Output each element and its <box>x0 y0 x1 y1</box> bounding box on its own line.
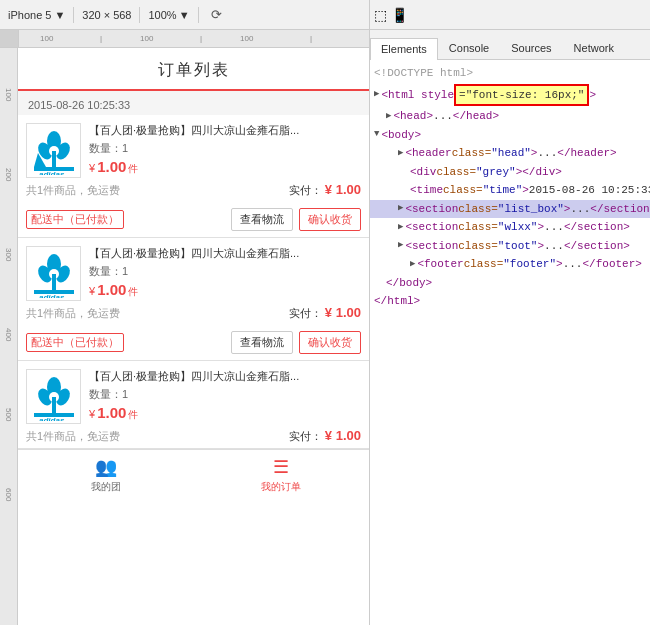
toolbar-divider <box>73 7 74 23</box>
expand-arrow-body[interactable]: ▼ <box>374 128 379 142</box>
highlight-attr: ="font-size: 16px;" <box>454 84 589 107</box>
view-logistics-button[interactable]: 查看物流 <box>231 208 293 231</box>
code-line[interactable]: ▶ <head> ... </head> <box>370 107 650 126</box>
tab-elements[interactable]: Elements <box>370 38 438 60</box>
code-line: </body> <box>370 274 650 293</box>
right-panel: ⬚ 📱 Elements Console Sources Network <!D… <box>370 0 650 625</box>
confirm-receipt-button[interactable]: 确认收货 <box>299 331 361 354</box>
code-panel[interactable]: <!DOCTYPE html> ▶ <html style ="font-siz… <box>370 60 650 625</box>
toolbar-divider3 <box>198 7 199 23</box>
order-item: adidas 【百人团·极量抢购】四川大凉山金雍石脂... 数量：1 ¥ 1.0… <box>18 238 369 361</box>
order-logo: adidas <box>26 369 81 424</box>
chevron-down-icon: ▼ <box>54 9 65 21</box>
adidas-logo-icon: adidas <box>30 127 78 175</box>
tab-sources[interactable]: Sources <box>500 37 562 59</box>
nav-item-my-group[interactable]: 👥 我的团 <box>18 456 194 494</box>
devtools-toolbar: iPhone 5 ▼ 320 × 568 100% ▼ ⟳ <box>0 0 369 30</box>
code-line[interactable]: ▼ <body> <box>370 126 650 145</box>
zoom-selector[interactable]: 100% ▼ <box>148 9 189 21</box>
ruler-tick: 100 <box>40 34 53 43</box>
order-info: 【百人团·极量抢购】四川大凉山金雍石脂... 数量：1 ¥ 1.00 件 <box>89 369 361 422</box>
code-line[interactable]: ▶ <section class= "wlxx" > ... </section… <box>370 218 650 237</box>
order-price: 1.00 <box>97 404 126 421</box>
adidas-logo-icon: adidas <box>30 373 78 421</box>
order-logo: adidas <box>26 123 81 178</box>
price-unit: 件 <box>128 162 138 176</box>
mobile-screen[interactable]: 订单列表 2015-08-26 10:25:33 <box>18 48 369 625</box>
order-qty: 数量：1 <box>89 264 361 279</box>
app-header: 订单列表 <box>18 48 369 91</box>
confirm-receipt-button[interactable]: 确认收货 <box>299 208 361 231</box>
ruler-tick: | <box>310 34 312 43</box>
expand-arrow[interactable]: ▶ <box>398 202 403 216</box>
code-line-selected[interactable]: ▶ <section class= "list_box" > ... </sec… <box>370 200 650 219</box>
svg-rect-6 <box>52 151 56 167</box>
expand-arrow[interactable]: ▶ <box>398 221 403 235</box>
nav-item-my-orders[interactable]: ☰ 我的订单 <box>194 456 370 494</box>
device-selector[interactable]: iPhone 5 ▼ <box>8 9 65 21</box>
order-status-row: 配送中（已付款） 查看物流 确认收货 <box>26 202 361 237</box>
order-meta-price: ¥ 1.00 <box>325 428 361 443</box>
order-meta: 共1件商品，免运费 实付： ¥ 1.00 <box>26 178 361 202</box>
order-meta-price: ¥ 1.00 <box>325 182 361 197</box>
code-line[interactable]: ▶ <header class= "head" > ... </header> <box>370 144 650 163</box>
expand-arrow[interactable]: ▶ <box>398 147 403 161</box>
order-meta: 共1件商品，免运费 实付： ¥ 1.00 <box>26 424 361 448</box>
svg-text:adidas: adidas <box>39 293 65 298</box>
tab-console[interactable]: Console <box>438 37 500 59</box>
order-meta-left: 共1件商品，免运费 <box>26 306 120 321</box>
order-meta-left: 共1件商品，免运费 <box>26 429 120 444</box>
content-area: 100 200 300 400 500 600 订单列表 2015-08-26 … <box>0 48 369 625</box>
code-line[interactable]: <time class= "time" > 2015-08-26 10:25:3… <box>370 181 650 200</box>
device-icon[interactable]: 📱 <box>391 7 408 23</box>
order-price-row: ¥ 1.00 件 <box>89 158 361 176</box>
svg-text:adidas: adidas <box>39 170 65 175</box>
toolbar-divider2 <box>139 7 140 23</box>
nav-label-my-orders: 我的订单 <box>261 480 301 494</box>
order-meta-right: 实付： ¥ 1.00 <box>289 305 361 321</box>
order-price-row: ¥ 1.00 件 <box>89 404 361 422</box>
status-badge: 配送中（已付款） <box>26 333 124 352</box>
code-line[interactable]: <div class= "grey" ></div> <box>370 163 650 182</box>
devtools-tabs: Elements Console Sources Network <box>370 30 650 60</box>
expand-arrow[interactable]: ▶ <box>386 110 391 124</box>
left-panel: iPhone 5 ▼ 320 × 568 100% ▼ ⟳ 100 | 100 … <box>0 0 370 625</box>
screen-dimensions: 320 × 568 <box>82 9 131 21</box>
svg-text:adidas: adidas <box>39 416 65 421</box>
price-unit: 件 <box>128 285 138 299</box>
rotate-icon[interactable]: ⟳ <box>207 5 227 25</box>
bottom-nav: 👥 我的团 ☰ 我的订单 <box>18 449 369 499</box>
order-status-row: 配送中（已付款） 查看物流 确认收货 <box>26 325 361 360</box>
ruler-left: 100 200 300 400 500 600 <box>0 48 18 625</box>
inspect-icon[interactable]: ⬚ <box>374 7 387 23</box>
code-line-html[interactable]: ▶ <html style ="font-size: 16px;" > <box>370 83 650 108</box>
price-unit: 件 <box>128 408 138 422</box>
ruler-top: 100 | 100 | 100 | <box>0 30 369 48</box>
order-meta-right: 实付： ¥ 1.00 <box>289 182 361 198</box>
order-date: 2015-08-26 10:25:33 <box>18 91 369 115</box>
group-icon: 👥 <box>95 456 117 478</box>
order-price-row: ¥ 1.00 件 <box>89 281 361 299</box>
order-name: 【百人团·极量抢购】四川大凉山金雍石脂... <box>89 123 361 137</box>
order-item: adidas 【百人团·极量抢购】四川大凉山金雍石脂... 数量：1 ¥ 1.0… <box>18 361 369 449</box>
expand-arrow[interactable]: ▶ <box>398 239 403 253</box>
order-logo: adidas <box>26 246 81 301</box>
order-qty: 数量：1 <box>89 141 361 156</box>
expand-arrow[interactable]: ▶ <box>374 88 379 102</box>
code-line: </html> <box>370 292 650 311</box>
ruler-tick: 100 <box>240 34 253 43</box>
code-line[interactable]: ▶ <footer class= "footer" > ... </footer… <box>370 255 650 274</box>
order-meta: 共1件商品，免运费 实付： ¥ 1.00 <box>26 301 361 325</box>
order-list: 2015-08-26 10:25:33 <box>18 91 369 449</box>
order-name: 【百人团·极量抢购】四川大凉山金雍石脂... <box>89 246 361 260</box>
expand-arrow[interactable]: ▶ <box>410 258 415 272</box>
order-item: adidas 【百人团·极量抢购】四川大凉山金雍石脂... 数量：1 ¥ 1.0… <box>18 115 369 238</box>
device-name: iPhone 5 <box>8 9 51 21</box>
code-line[interactable]: ▶ <section class= "toot" > ... </section… <box>370 237 650 256</box>
view-logistics-button[interactable]: 查看物流 <box>231 331 293 354</box>
ruler-tick: | <box>200 34 202 43</box>
order-meta-price: ¥ 1.00 <box>325 305 361 320</box>
order-price: 1.00 <box>97 281 126 298</box>
tab-network[interactable]: Network <box>563 37 625 59</box>
svg-rect-22 <box>52 397 56 413</box>
